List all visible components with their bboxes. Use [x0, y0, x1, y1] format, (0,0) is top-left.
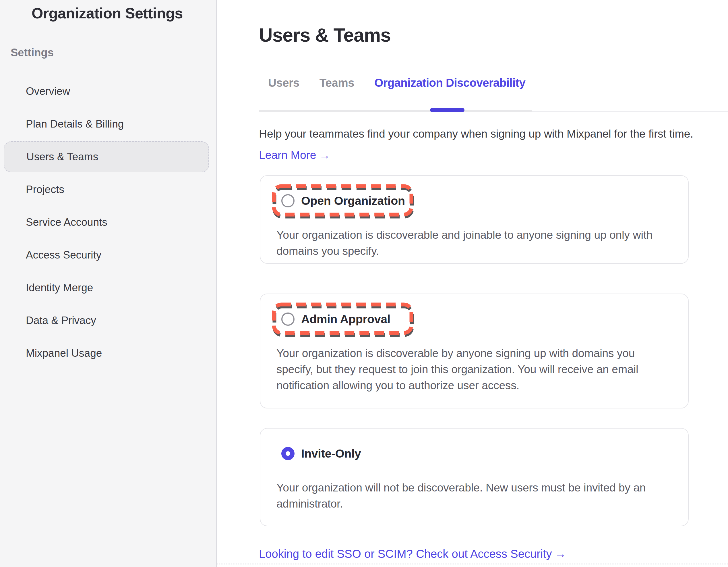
sidebar-item-identity-merge[interactable]: Identity Merge — [4, 272, 209, 303]
intro-text: Help your teammates find your company wh… — [259, 126, 693, 142]
sidebar-item-service-accounts[interactable]: Service Accounts — [4, 207, 209, 238]
tab-teams[interactable]: Teams — [320, 76, 354, 90]
radio-option-open-organization[interactable]: Open Organization — [281, 194, 405, 207]
option-label: Admin Approval — [301, 313, 390, 326]
radio-unselected-icon[interactable] — [281, 313, 295, 326]
tab-organization-discoverability[interactable]: Organization Discoverability — [374, 76, 525, 90]
sidebar-item-label: Overview — [26, 85, 70, 97]
main-content: Users & Teams Users Teams Organization D… — [217, 0, 728, 567]
arrow-right-icon: → — [555, 547, 566, 560]
sidebar-item-label: Mixpanel Usage — [26, 347, 102, 359]
sidebar-item-users-teams[interactable]: Users & Teams — [4, 141, 209, 172]
sidebar-item-mixpanel-usage[interactable]: Mixpanel Usage — [4, 338, 209, 369]
radio-unselected-icon[interactable] — [281, 194, 295, 207]
option-description: Your organization will not be discoverab… — [276, 480, 646, 512]
footer-access-security-link[interactable]: Looking to edit SSO or SCIM? Check out A… — [259, 547, 566, 560]
option-description: Your organization is discoverable and jo… — [276, 227, 653, 259]
sidebar-item-label: Plan Details & Billing — [26, 118, 124, 130]
sidebar-title: Organization Settings — [32, 5, 183, 22]
radio-selected-icon[interactable] — [281, 447, 295, 460]
organization-settings-page: Organization Settings Settings Overview … — [0, 0, 728, 567]
tabs-track-extension — [532, 111, 728, 112]
sidebar-item-overview[interactable]: Overview — [4, 76, 209, 107]
radio-option-invite-only[interactable]: Invite-Only — [281, 447, 361, 460]
sidebar-item-label: Data & Privacy — [26, 315, 96, 327]
option-card-open-organization: Open Organization Your organization is d… — [260, 175, 689, 264]
option-label: Open Organization — [301, 194, 405, 208]
sidebar: Organization Settings Settings Overview … — [0, 0, 217, 567]
tab-users[interactable]: Users — [268, 76, 299, 90]
option-label: Invite-Only — [301, 447, 361, 460]
learn-more-link[interactable]: Learn More→ — [259, 147, 330, 163]
option-card-invite-only: Invite-Only Your organization will not b… — [260, 428, 689, 526]
sidebar-item-data-privacy[interactable]: Data & Privacy — [4, 305, 209, 336]
sidebar-item-plan-details-billing[interactable]: Plan Details & Billing — [4, 109, 209, 140]
sidebar-item-label: Identity Merge — [26, 282, 93, 294]
bottom-divider — [217, 564, 728, 564]
sidebar-item-label: Projects — [26, 183, 64, 195]
option-card-admin-approval: Admin Approval Your organization is disc… — [260, 294, 689, 409]
arrow-right-icon: → — [319, 149, 330, 161]
sidebar-item-projects[interactable]: Projects — [4, 174, 209, 205]
sidebar-item-label: Users & Teams — [26, 151, 98, 163]
learn-more-label: Learn More — [259, 149, 316, 161]
radio-option-admin-approval[interactable]: Admin Approval — [281, 313, 390, 326]
tab-bar: Users Teams Organization Discoverability — [268, 76, 525, 90]
sidebar-item-label: Service Accounts — [26, 216, 107, 228]
sidebar-item-label: Access Security — [26, 249, 101, 261]
option-description: Your organization is discoverable by any… — [276, 345, 638, 394]
page-title: Users & Teams — [259, 24, 391, 46]
footer-link-label: Looking to edit SSO or SCIM? Check out A… — [259, 547, 552, 560]
tabs-track — [259, 110, 532, 112]
sidebar-item-access-security[interactable]: Access Security — [4, 239, 209, 270]
tab-active-indicator — [430, 108, 464, 112]
sidebar-section-label: Settings — [11, 47, 54, 59]
